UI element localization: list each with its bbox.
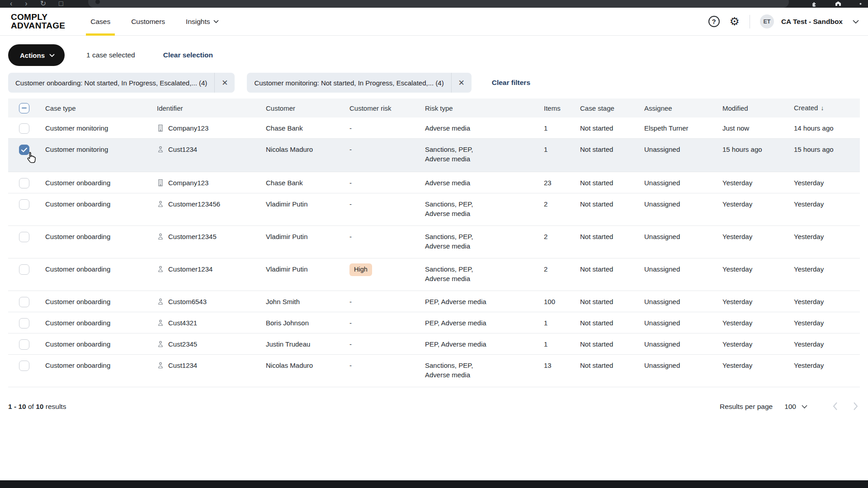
chevron-down-icon bbox=[802, 405, 807, 408]
risk-type-cell: Sanctions, PEP, Adverse media bbox=[425, 145, 544, 164]
modified-cell: Yesterday bbox=[722, 264, 794, 274]
avatar[interactable]: ET bbox=[760, 14, 774, 28]
tab-customers-label: Customers bbox=[131, 18, 165, 26]
customer-risk-cell: - bbox=[349, 232, 425, 241]
select-all-checkbox[interactable] bbox=[19, 103, 29, 113]
identifier-cell: Company123 bbox=[157, 123, 266, 133]
row-checkbox[interactable] bbox=[19, 361, 29, 371]
customer-cell: Vladimir Putin bbox=[266, 232, 349, 241]
identifier-cell: Cust1234 bbox=[157, 145, 266, 154]
row-checkbox[interactable] bbox=[19, 178, 29, 188]
items-cell: 2 bbox=[544, 232, 580, 241]
case-type-cell: Customer onboarding bbox=[45, 339, 157, 349]
row-checkbox[interactable] bbox=[19, 123, 29, 134]
row-checkbox[interactable] bbox=[19, 264, 29, 275]
table-row[interactable]: Customer onboarding Company123 Chase Ban… bbox=[8, 172, 860, 193]
column-header-modified[interactable]: Modified bbox=[722, 103, 794, 113]
row-checkbox[interactable] bbox=[19, 339, 29, 350]
case-stage-cell: Not started bbox=[580, 264, 644, 274]
items-cell: 1 bbox=[544, 318, 580, 328]
browser-back-icon[interactable]: ‹ bbox=[10, 0, 12, 8]
column-header-risk-type[interactable]: Risk type bbox=[425, 103, 544, 113]
close-icon[interactable]: ✕ bbox=[452, 73, 472, 93]
browser-reload-icon[interactable]: ↻ bbox=[40, 0, 46, 8]
column-header-items[interactable]: Items bbox=[544, 103, 580, 113]
case-stage-cell: Not started bbox=[580, 361, 644, 370]
table-row[interactable]: Customer monitoring Company123 Chase Ban… bbox=[8, 117, 860, 139]
tab-cases[interactable]: Cases bbox=[90, 8, 110, 36]
column-header-identifier[interactable]: Identifier bbox=[157, 103, 266, 113]
table-row[interactable]: Customer onboarding Customer1234 Vladimi… bbox=[8, 258, 860, 291]
table-row[interactable]: Customer monitoring Cust1234 Nicolas Mad… bbox=[8, 139, 860, 172]
risk-type-cell: Sanctions, PEP, Adverse media bbox=[425, 232, 544, 251]
tab-insights[interactable]: Insights bbox=[186, 8, 218, 36]
address-bar[interactable] bbox=[88, 0, 789, 8]
account-name: CA Test - Sandbox bbox=[781, 18, 843, 26]
identifier-value: Company123 bbox=[168, 178, 208, 188]
check-icon bbox=[21, 148, 27, 152]
table-row[interactable]: Customer onboarding Customer123456 Vladi… bbox=[8, 193, 860, 226]
chevron-down-icon bbox=[213, 20, 219, 23]
account-chevron-down-icon[interactable] bbox=[853, 20, 859, 23]
column-header-customer-risk[interactable]: Customer risk bbox=[349, 103, 425, 113]
browser-forward-icon[interactable]: › bbox=[25, 0, 27, 8]
column-header-created[interactable]: Created↓ bbox=[794, 103, 860, 113]
actions-button[interactable]: Actions bbox=[8, 44, 65, 66]
column-header-assignee[interactable]: Assignee bbox=[644, 103, 722, 113]
created-cell: Yesterday bbox=[794, 297, 860, 306]
row-checkbox[interactable] bbox=[19, 297, 29, 307]
previous-page-button[interactable] bbox=[831, 400, 840, 413]
filter-chip-monitoring: Customer monitoring: Not started, In Pro… bbox=[247, 73, 471, 93]
table-row[interactable]: Customer onboarding Cust4321 Boris Johns… bbox=[8, 312, 860, 333]
table-row[interactable]: Customer onboarding Cust2345 Justin Trud… bbox=[8, 333, 860, 355]
column-header-customer[interactable]: Customer bbox=[266, 103, 349, 113]
person-icon bbox=[157, 145, 164, 153]
identifier-value: Company123 bbox=[168, 123, 208, 133]
gear-icon[interactable]: ⚙ bbox=[730, 16, 740, 27]
tab-cases-label: Cases bbox=[90, 18, 110, 26]
customer-risk-value: - bbox=[349, 298, 352, 305]
identifier-cell: Company123 bbox=[157, 178, 266, 188]
customer-risk-cell: - bbox=[349, 339, 425, 349]
customer-risk-value: - bbox=[349, 319, 352, 327]
customer-cell: Boris Johnson bbox=[266, 318, 349, 328]
identifier-value: Custom6543 bbox=[168, 297, 207, 306]
items-cell: 100 bbox=[544, 297, 580, 306]
browser-chrome-bar: ‹ › ↻ □ bbox=[0, 0, 868, 8]
pagination-footer: 1 - 10 of 10 results Results per page 10… bbox=[8, 387, 860, 426]
customer-risk-cell: - bbox=[349, 145, 425, 154]
customer-risk-cell: - bbox=[349, 361, 425, 370]
browser-profile-icon[interactable] bbox=[835, 1, 841, 6]
next-page-button[interactable] bbox=[851, 400, 860, 413]
clear-filters-link[interactable]: Clear filters bbox=[492, 79, 530, 87]
results-per-page-select[interactable]: 100 bbox=[784, 403, 807, 411]
modified-cell: Just now bbox=[722, 123, 794, 133]
case-type-cell: Customer onboarding bbox=[45, 232, 157, 241]
row-checkbox[interactable] bbox=[19, 232, 29, 242]
close-icon[interactable]: ✕ bbox=[215, 73, 235, 93]
risk-type-cell: Adverse media bbox=[425, 178, 544, 188]
person-icon bbox=[157, 319, 164, 327]
customer-risk-cell: - bbox=[349, 297, 425, 306]
table-row[interactable]: Customer onboarding Customer12345 Vladim… bbox=[8, 226, 860, 258]
comply-advantage-logo[interactable]: COMPLY ADVANTAGE bbox=[11, 13, 65, 29]
extensions-puzzle-icon[interactable] bbox=[811, 1, 817, 7]
column-header-case-type[interactable]: Case type bbox=[45, 103, 157, 113]
filter-chip-onboarding: Customer onboarding: Not started, In Pro… bbox=[8, 73, 235, 93]
browser-tab-icon[interactable]: □ bbox=[59, 0, 63, 8]
row-checkbox[interactable] bbox=[19, 318, 29, 328]
table-row[interactable]: Customer onboarding Cust1234 Nicolas Mad… bbox=[8, 355, 860, 387]
browser-menu-dot-icon[interactable] bbox=[859, 3, 862, 5]
column-header-case-stage[interactable]: Case stage bbox=[580, 103, 644, 113]
row-checkbox[interactable] bbox=[19, 199, 29, 210]
row-checkbox[interactable] bbox=[19, 145, 29, 155]
tab-customers[interactable]: Customers bbox=[131, 8, 165, 36]
main-nav: Cases Customers Insights bbox=[90, 8, 218, 36]
customer-risk-value: - bbox=[349, 124, 352, 132]
assignee-cell: Unassigned bbox=[644, 199, 722, 209]
clear-selection-link[interactable]: Clear selection bbox=[163, 51, 213, 59]
table-row[interactable]: Customer onboarding Custom6543 John Smit… bbox=[8, 291, 860, 312]
case-stage-cell: Not started bbox=[580, 318, 644, 328]
sort-descending-icon: ↓ bbox=[821, 104, 824, 112]
help-icon[interactable]: ? bbox=[708, 16, 720, 27]
